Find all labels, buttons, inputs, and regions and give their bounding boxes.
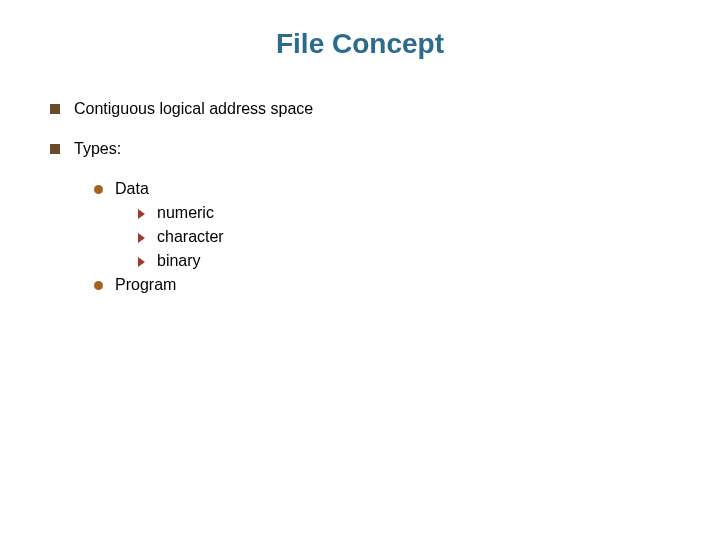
slide: File Concept Contiguous logical address …: [0, 0, 720, 540]
bullet-level1: Contiguous logical address space: [50, 100, 670, 118]
bullet-text: Types:: [74, 140, 121, 158]
bullet-text: character: [157, 228, 224, 246]
bullet-level2: Program: [94, 276, 670, 294]
bullet-level3: character: [138, 228, 670, 246]
bullet-text: binary: [157, 252, 201, 270]
arrow-bullet-icon: [138, 257, 145, 267]
bullet-text: Program: [115, 276, 176, 294]
bullet-level3: numeric: [138, 204, 670, 222]
bullet-text: Data: [115, 180, 149, 198]
circle-bullet-icon: [94, 185, 103, 194]
bullet-level2: Data: [94, 180, 670, 198]
square-bullet-icon: [50, 144, 60, 154]
arrow-bullet-icon: [138, 209, 145, 219]
bullet-level3: binary: [138, 252, 670, 270]
slide-title: File Concept: [0, 28, 720, 60]
slide-body: Contiguous logical address space Types: …: [50, 100, 670, 312]
bullet-text: numeric: [157, 204, 214, 222]
arrow-bullet-icon: [138, 233, 145, 243]
circle-bullet-icon: [94, 281, 103, 290]
square-bullet-icon: [50, 104, 60, 114]
bullet-level1: Types:: [50, 140, 670, 158]
bullet-text: Contiguous logical address space: [74, 100, 313, 118]
